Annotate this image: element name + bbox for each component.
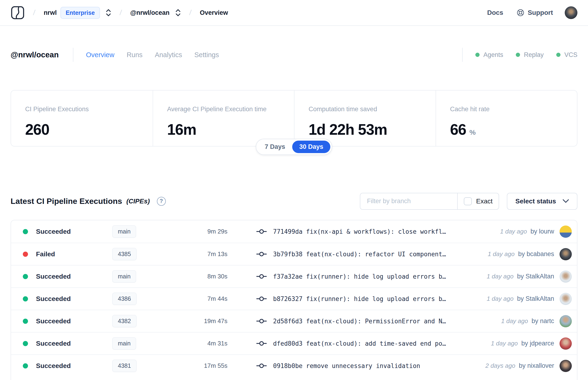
- commit-hash: 0918b0be: [273, 362, 303, 369]
- commit-author: by jdpearce: [521, 340, 554, 347]
- integration-agents[interactable]: Agents: [475, 51, 503, 58]
- branch-cell: main: [112, 337, 163, 350]
- tab-analytics[interactable]: Analytics: [155, 51, 182, 59]
- branch-cell: 4385: [112, 248, 163, 260]
- status-label: Succeeded: [36, 273, 71, 280]
- meta-cell: 1 day ago by StalkAltan: [453, 270, 572, 283]
- branch-badge: main: [112, 270, 136, 283]
- status-cell: Succeeded: [23, 362, 112, 370]
- nx-cloud-page: / nrwl Enterprise / @nrwl/ocean / Overvi…: [0, 0, 588, 380]
- status-dot-icon: [475, 53, 480, 57]
- git-commit-icon: [256, 362, 267, 369]
- table-row[interactable]: Succeeded 4382 19m 47s 2d58f6d3feat(nx-c…: [11, 310, 577, 332]
- workspace-switcher[interactable]: @nrwl/ocean: [130, 8, 181, 17]
- avatar: [560, 270, 572, 283]
- commit-message: 771499dafix(nx-api & workflows): close w…: [273, 228, 446, 235]
- commit-subject: feat(nx-cloud): PermissionError and N…: [306, 318, 446, 325]
- table-row[interactable]: Succeeded main 9m 29s 771499dafix(nx-api…: [11, 220, 577, 243]
- cipe-title-suffix: (CIPEs): [126, 197, 150, 205]
- branch-badge: 4385: [112, 248, 137, 260]
- commit-author: by bcabanes: [518, 250, 554, 258]
- table-row[interactable]: Succeeded 4386 7m 44s b8726327fix(runner…: [11, 287, 577, 310]
- integration-statuses: Agents Replay VCS: [462, 48, 577, 62]
- status-cell: Succeeded: [23, 228, 112, 235]
- status-select-dropdown[interactable]: Select status: [507, 193, 577, 210]
- avatar: [560, 226, 572, 238]
- stat-label: Average CI Pipeline Execution time: [167, 106, 280, 113]
- relative-time: 1 day ago: [487, 295, 513, 303]
- stats-cards: CI Pipeline Executions 260 Average CI Pi…: [11, 90, 577, 147]
- table-row[interactable]: Failed 4385 7m 13s 3b79fb38feat(nx-cloud…: [11, 243, 577, 265]
- duration: 19m 47s: [163, 318, 228, 325]
- stat-value: 260: [25, 121, 49, 138]
- git-commit-icon: [256, 295, 267, 302]
- exact-label[interactable]: Exact: [476, 197, 493, 205]
- support-label: Support: [528, 9, 553, 17]
- table-row[interactable]: Succeeded 4381 17m 55s 0918b0beremove un…: [11, 354, 577, 377]
- help-icon[interactable]: ?: [157, 197, 166, 206]
- nx-cloud-logo[interactable]: [11, 6, 25, 20]
- meta-cell: 1 day ago by jdpearce: [453, 338, 572, 350]
- avatar: [560, 315, 572, 327]
- top-nav: / nrwl Enterprise / @nrwl/ocean / Overvi…: [0, 0, 588, 26]
- commit-hash: b8726327: [273, 295, 303, 303]
- stat-card-executions: CI Pipeline Executions 260: [11, 91, 153, 146]
- support-link[interactable]: Support: [515, 8, 554, 17]
- branch-badge: 4386: [112, 292, 137, 305]
- tab-runs[interactable]: Runs: [127, 51, 143, 59]
- stat-label: Computation time saved: [309, 106, 421, 113]
- git-commit-icon: [256, 251, 267, 258]
- branch-badge: 4381: [112, 360, 137, 372]
- status-cell: Failed: [23, 250, 112, 258]
- commit-cell: 2d58f6d3feat(nx-cloud): PermissionError …: [228, 318, 453, 325]
- exact-checkbox[interactable]: [464, 197, 472, 205]
- branch-filter-input[interactable]: [360, 193, 457, 209]
- duration: 7m 13s: [163, 250, 228, 258]
- commit-hash: dfed80d3: [273, 340, 303, 347]
- git-commit-icon: [256, 318, 267, 324]
- stat-card-cache-hit-rate: Cache hit rate 66 %: [436, 91, 577, 146]
- status-dot-icon: [23, 274, 28, 279]
- status-cell: Succeeded: [23, 273, 112, 280]
- stat-value: 66: [450, 121, 466, 138]
- commit-subject: fix(runner): hide log upload errors b…: [306, 295, 446, 303]
- branch-cell: main: [112, 225, 163, 238]
- meta-cell: 2 days ago by nixallover: [453, 360, 572, 372]
- integration-replay[interactable]: Replay: [516, 51, 544, 58]
- commit-author: by nartc: [531, 318, 554, 325]
- integration-vcs[interactable]: VCS: [556, 51, 577, 58]
- cipe-table: Succeeded main 9m 29s 771499dafix(nx-api…: [11, 220, 577, 380]
- user-avatar[interactable]: [565, 6, 577, 19]
- commit-message: b8726327fix(runner): hide log upload err…: [273, 295, 446, 303]
- stat-unit: %: [470, 128, 476, 136]
- divider: [73, 48, 73, 62]
- docs-link[interactable]: Docs: [486, 9, 505, 17]
- range-7-days[interactable]: 7 Days: [258, 141, 292, 153]
- tab-settings[interactable]: Settings: [194, 51, 219, 59]
- range-30-days[interactable]: 30 Days: [292, 141, 330, 153]
- stat-label: CI Pipeline Executions: [25, 106, 138, 113]
- commit-cell: 3b79fb38feat(nx-cloud): refactor UI comp…: [228, 251, 453, 258]
- workspace-title: @nrwl/ocean: [11, 50, 59, 59]
- table-row[interactable]: Succeeded main 8m 30s f37a32aefix(runner…: [11, 265, 577, 287]
- docs-label: Docs: [487, 9, 503, 17]
- table-row[interactable]: Succeeded main 4m 31s dfed80d3feat(nx-cl…: [11, 332, 577, 354]
- commit-cell: dfed80d3feat(nx-cloud): add time-saved e…: [228, 340, 453, 347]
- status-cell: Succeeded: [23, 318, 112, 325]
- org-switcher[interactable]: nrwl Enterprise: [44, 7, 111, 19]
- commit-hash: 771499da: [273, 228, 303, 235]
- cipe-header: Latest CI Pipeline Executions (CIPEs) ? …: [11, 192, 577, 210]
- branch-badge: 4382: [112, 315, 137, 327]
- status-dot-icon: [23, 363, 28, 368]
- branch-cell: 4381: [112, 360, 163, 372]
- duration: 8m 30s: [163, 273, 228, 280]
- relative-time: 1 day ago: [501, 318, 528, 325]
- branch-badge: main: [112, 337, 136, 350]
- integration-label: Replay: [524, 51, 544, 58]
- nav-actions: Docs Support: [486, 6, 577, 19]
- relative-time: 1 day ago: [500, 228, 527, 235]
- commit-subject: feat(nx-cloud): add time-saved end po…: [306, 340, 446, 347]
- lifebuoy-icon: [516, 9, 525, 17]
- tab-overview[interactable]: Overview: [86, 51, 114, 59]
- meta-cell: 1 day ago by StalkAltan: [453, 293, 572, 305]
